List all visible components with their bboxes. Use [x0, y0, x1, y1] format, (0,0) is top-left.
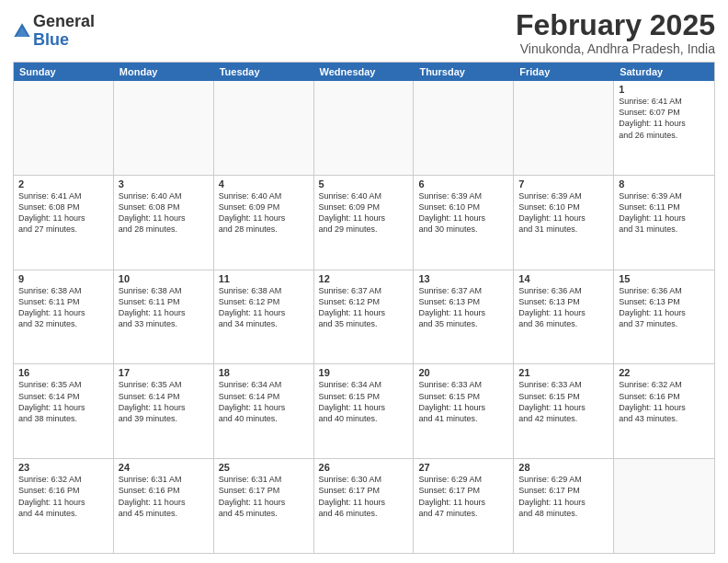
day-info: Sunrise: 6:36 AM Sunset: 6:13 PM Dayligh… [518, 285, 609, 330]
calendar-cell: 25Sunrise: 6:31 AM Sunset: 6:17 PM Dayli… [214, 459, 314, 553]
day-info: Sunrise: 6:41 AM Sunset: 6:07 PM Dayligh… [619, 96, 710, 141]
calendar-cell: 24Sunrise: 6:31 AM Sunset: 6:16 PM Dayli… [114, 459, 214, 553]
day-info: Sunrise: 6:39 AM Sunset: 6:11 PM Dayligh… [619, 190, 710, 236]
calendar-cell: 20Sunrise: 6:33 AM Sunset: 6:15 PM Dayli… [414, 364, 514, 458]
logo-general: General [33, 12, 95, 30]
calendar-cell: 26Sunrise: 6:30 AM Sunset: 6:17 PM Dayli… [314, 459, 415, 553]
location-subtitle: Vinukonda, Andhra Pradesh, India [516, 41, 715, 56]
calendar-cell: 28Sunrise: 6:29 AM Sunset: 6:17 PM Dayli… [514, 459, 614, 553]
calendar-row: 2Sunrise: 6:41 AM Sunset: 6:08 PM Daylig… [14, 176, 714, 270]
calendar-cell [414, 81, 514, 175]
calendar-cell: 4Sunrise: 6:40 AM Sunset: 6:09 PM Daylig… [214, 176, 314, 270]
calendar-header: SundayMondayTuesdayWednesdayThursdayFrid… [14, 63, 714, 81]
page: General Blue February 2025 Vinukonda, An… [0, 0, 728, 563]
calendar-row: 23Sunrise: 6:32 AM Sunset: 6:16 PM Dayli… [14, 459, 714, 553]
day-number: 12 [319, 273, 409, 284]
day-number: 26 [319, 462, 409, 473]
calendar-cell: 16Sunrise: 6:35 AM Sunset: 6:14 PM Dayli… [14, 364, 114, 458]
day-number: 11 [219, 273, 309, 284]
day-info: Sunrise: 6:30 AM Sunset: 6:17 PM Dayligh… [319, 474, 409, 519]
calendar-cell: 27Sunrise: 6:29 AM Sunset: 6:17 PM Dayli… [414, 459, 514, 553]
day-number: 16 [18, 367, 108, 378]
calendar-cell: 8Sunrise: 6:39 AM Sunset: 6:11 PM Daylig… [614, 176, 714, 270]
day-number: 14 [518, 273, 609, 284]
day-info: Sunrise: 6:40 AM Sunset: 6:09 PM Dayligh… [319, 190, 409, 236]
day-number: 25 [219, 462, 309, 473]
day-number: 20 [418, 367, 508, 378]
day-number: 7 [518, 178, 609, 190]
day-number: 19 [319, 367, 409, 378]
day-info: Sunrise: 6:38 AM Sunset: 6:11 PM Dayligh… [18, 285, 108, 330]
day-info: Sunrise: 6:32 AM Sunset: 6:16 PM Dayligh… [18, 474, 108, 519]
calendar-cell: 2Sunrise: 6:41 AM Sunset: 6:08 PM Daylig… [14, 176, 114, 270]
header: General Blue February 2025 Vinukonda, An… [13, 9, 715, 56]
calendar-cell [214, 81, 314, 175]
day-info: Sunrise: 6:40 AM Sunset: 6:08 PM Dayligh… [119, 190, 209, 236]
day-info: Sunrise: 6:39 AM Sunset: 6:10 PM Dayligh… [418, 190, 508, 236]
day-number: 21 [518, 367, 609, 378]
logo-icon [13, 22, 31, 40]
day-number: 1 [619, 84, 710, 95]
day-info: Sunrise: 6:39 AM Sunset: 6:10 PM Dayligh… [518, 190, 609, 236]
day-info: Sunrise: 6:37 AM Sunset: 6:13 PM Dayligh… [418, 285, 508, 330]
day-number: 15 [619, 273, 710, 284]
calendar-cell [514, 81, 614, 175]
calendar-row: 1Sunrise: 6:41 AM Sunset: 6:07 PM Daylig… [14, 81, 714, 176]
day-number: 17 [119, 367, 209, 378]
weekday-header: Thursday [414, 63, 514, 81]
calendar-cell: 22Sunrise: 6:32 AM Sunset: 6:16 PM Dayli… [614, 364, 714, 458]
day-number: 5 [319, 178, 409, 190]
day-info: Sunrise: 6:41 AM Sunset: 6:08 PM Dayligh… [18, 190, 108, 236]
calendar-cell: 7Sunrise: 6:39 AM Sunset: 6:10 PM Daylig… [514, 176, 614, 270]
weekday-header: Friday [514, 63, 614, 81]
logo-blue: Blue [33, 30, 69, 49]
weekday-header: Saturday [614, 63, 714, 81]
calendar-cell: 23Sunrise: 6:32 AM Sunset: 6:16 PM Dayli… [14, 459, 114, 553]
day-info: Sunrise: 6:29 AM Sunset: 6:17 PM Dayligh… [518, 474, 609, 519]
month-title: February 2025 [516, 9, 715, 41]
day-number: 9 [18, 273, 108, 284]
day-number: 6 [418, 178, 508, 190]
title-block: February 2025 Vinukonda, Andhra Pradesh,… [516, 9, 715, 56]
day-number: 28 [518, 462, 609, 473]
calendar-cell: 6Sunrise: 6:39 AM Sunset: 6:10 PM Daylig… [414, 176, 514, 270]
calendar-row: 16Sunrise: 6:35 AM Sunset: 6:14 PM Dayli… [14, 364, 714, 459]
calendar-cell [614, 459, 714, 553]
day-number: 13 [418, 273, 508, 284]
day-info: Sunrise: 6:37 AM Sunset: 6:12 PM Dayligh… [319, 285, 409, 330]
day-number: 27 [418, 462, 508, 473]
day-info: Sunrise: 6:34 AM Sunset: 6:15 PM Dayligh… [319, 379, 409, 424]
day-number: 24 [119, 462, 209, 473]
day-info: Sunrise: 6:31 AM Sunset: 6:17 PM Dayligh… [219, 474, 309, 519]
calendar-cell: 17Sunrise: 6:35 AM Sunset: 6:14 PM Dayli… [114, 364, 214, 458]
calendar-cell [314, 81, 415, 175]
day-number: 4 [219, 178, 309, 190]
calendar-cell: 12Sunrise: 6:37 AM Sunset: 6:12 PM Dayli… [314, 270, 415, 364]
calendar-cell: 3Sunrise: 6:40 AM Sunset: 6:08 PM Daylig… [114, 176, 214, 270]
calendar-cell: 11Sunrise: 6:38 AM Sunset: 6:12 PM Dayli… [214, 270, 314, 364]
day-info: Sunrise: 6:35 AM Sunset: 6:14 PM Dayligh… [119, 379, 209, 424]
calendar-cell: 15Sunrise: 6:36 AM Sunset: 6:13 PM Dayli… [614, 270, 714, 364]
day-info: Sunrise: 6:38 AM Sunset: 6:11 PM Dayligh… [119, 285, 209, 330]
calendar-cell: 1Sunrise: 6:41 AM Sunset: 6:07 PM Daylig… [614, 81, 714, 175]
calendar-cell: 5Sunrise: 6:40 AM Sunset: 6:09 PM Daylig… [314, 176, 415, 270]
day-info: Sunrise: 6:32 AM Sunset: 6:16 PM Dayligh… [619, 379, 710, 424]
weekday-header: Wednesday [314, 63, 415, 81]
day-info: Sunrise: 6:40 AM Sunset: 6:09 PM Dayligh… [219, 190, 309, 236]
calendar-cell: 9Sunrise: 6:38 AM Sunset: 6:11 PM Daylig… [14, 270, 114, 364]
day-number: 22 [619, 367, 710, 378]
day-info: Sunrise: 6:33 AM Sunset: 6:15 PM Dayligh… [518, 379, 609, 424]
day-info: Sunrise: 6:31 AM Sunset: 6:16 PM Dayligh… [119, 474, 209, 519]
calendar-cell: 19Sunrise: 6:34 AM Sunset: 6:15 PM Dayli… [314, 364, 415, 458]
calendar-cell [114, 81, 214, 175]
calendar-body: 1Sunrise: 6:41 AM Sunset: 6:07 PM Daylig… [14, 81, 714, 553]
day-info: Sunrise: 6:36 AM Sunset: 6:13 PM Dayligh… [619, 285, 710, 330]
day-number: 3 [119, 178, 209, 190]
calendar: SundayMondayTuesdayWednesdayThursdayFrid… [13, 62, 715, 554]
day-info: Sunrise: 6:29 AM Sunset: 6:17 PM Dayligh… [418, 474, 508, 519]
day-info: Sunrise: 6:33 AM Sunset: 6:15 PM Dayligh… [418, 379, 508, 424]
calendar-cell: 14Sunrise: 6:36 AM Sunset: 6:13 PM Dayli… [514, 270, 614, 364]
weekday-header: Sunday [14, 63, 114, 81]
day-number: 8 [619, 178, 710, 190]
calendar-cell: 21Sunrise: 6:33 AM Sunset: 6:15 PM Dayli… [514, 364, 614, 458]
